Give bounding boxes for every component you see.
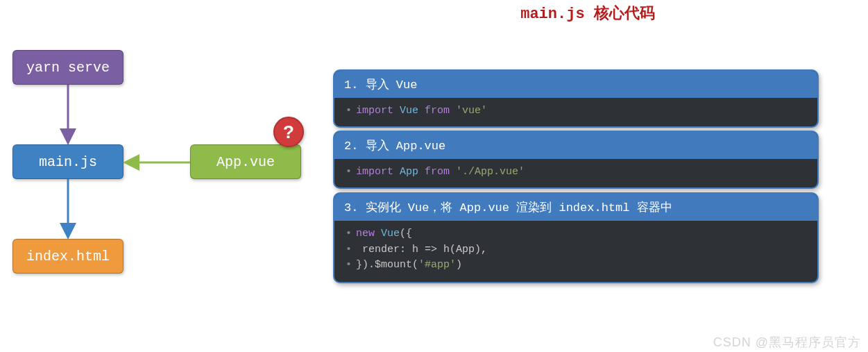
node-index-html: index.html: [12, 239, 124, 274]
bullet-icon: •: [339, 228, 356, 240]
code-box-3-header: 3. 实例化 Vue，将 App.vue 渲染到 index.html 容器中: [334, 194, 817, 221]
code-line: •import App from './App.vue': [339, 165, 813, 181]
code-token: new: [356, 228, 375, 240]
code-token: render: h => h(App),: [356, 244, 487, 255]
bullet-icon: •: [339, 166, 356, 178]
code-token: from: [425, 166, 450, 178]
node-yarn-serve: yarn serve: [12, 50, 124, 85]
bullet-icon: •: [339, 244, 356, 255]
code-token: from: [425, 105, 450, 117]
code-box-2-header: 2. 导入 App.vue: [334, 132, 817, 159]
code-line: •}).$mount('#app'): [339, 258, 813, 274]
code-box-3: 3. 实例化 Vue，将 App.vue 渲染到 index.html 容器中 …: [333, 192, 819, 283]
code-box-1-header: 1. 导入 Vue: [334, 71, 817, 98]
code-line: • render: h => h(App),: [339, 242, 813, 258]
code-token: [450, 105, 456, 117]
code-token: import: [356, 166, 393, 178]
bullet-icon: •: [339, 259, 356, 271]
code-token: 'vue': [456, 105, 487, 117]
code-token: [418, 105, 425, 117]
code-token: ({: [400, 228, 412, 240]
code-box-1: 1. 导入 Vue •import Vue from 'vue': [333, 69, 819, 128]
code-line: •new Vue({: [339, 226, 813, 242]
code-token: [418, 166, 425, 178]
code-token: import: [356, 105, 393, 117]
code-token: [393, 105, 400, 117]
code-token: App: [400, 166, 418, 178]
arrow-main-to-index: [62, 179, 76, 239]
code-box-1-body: •import Vue from 'vue': [334, 98, 817, 126]
bullet-icon: •: [339, 105, 356, 117]
code-line: •import Vue from 'vue': [339, 103, 813, 119]
code-token: [393, 166, 400, 178]
code-token: Vue: [381, 228, 400, 240]
code-box-3-body: •new Vue({• render: h => h(App),•}).$mou…: [334, 221, 817, 282]
diagram-title: main.js 核心代码: [511, 4, 664, 26]
node-main-js: main.js: [12, 144, 124, 179]
code-box-2: 2. 导入 App.vue •import App from './App.vu…: [333, 131, 819, 189]
watermark: CSDN @黑马程序员官方: [713, 334, 861, 351]
arrow-app-to-main: [124, 156, 190, 169]
code-box-2-body: •import App from './App.vue': [334, 159, 817, 187]
arrow-yarn-to-main: [62, 85, 76, 144]
code-token: '#app': [418, 259, 456, 271]
code-token: [450, 166, 456, 178]
code-token: }).$mount(: [356, 259, 418, 271]
code-token: Vue: [400, 105, 418, 117]
code-token: './App.vue': [456, 166, 525, 178]
question-icon: ?: [273, 117, 304, 147]
code-token: ): [456, 259, 462, 271]
code-token: [375, 228, 381, 240]
node-app-vue: App.vue: [190, 144, 301, 179]
